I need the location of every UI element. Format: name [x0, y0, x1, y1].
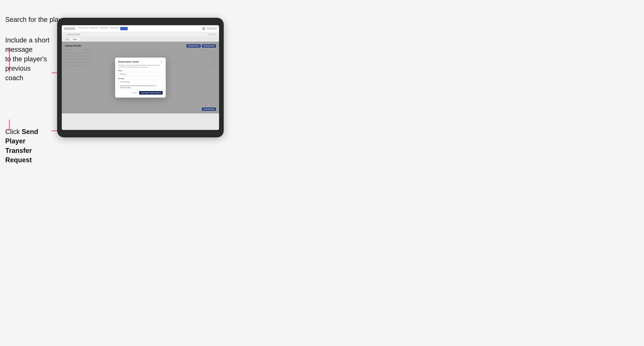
modal-title: Request player transfer [118, 61, 139, 63]
modal-footer: Cancel Send Player Transfer Request [118, 91, 163, 95]
message-field-label: Message [118, 78, 163, 79]
app-logo [64, 27, 75, 30]
tablet-device: List Roster Update Roster Name Position … [57, 18, 224, 137]
modal-overlay: Request player transfer ✕ If the player … [62, 42, 219, 114]
app-nav [78, 27, 128, 30]
tab-bar: List Roster [62, 37, 219, 42]
breadcrumb [67, 34, 80, 35]
sub-header [62, 32, 219, 37]
tablet-screen: List Roster Update Roster Name Position … [62, 25, 219, 130]
app-header [62, 25, 219, 32]
player-input-value: Rees Britt [120, 73, 126, 75]
send-transfer-request-button[interactable]: Send Player Transfer Request [139, 91, 163, 95]
tab-list: List [64, 38, 70, 40]
player-input[interactable]: Rees Britt [118, 72, 163, 76]
annotation-click-text: Click Send PlayerTransfer Request [5, 127, 58, 165]
user-avatar [202, 27, 205, 30]
nav-matches [99, 27, 108, 29]
add-player-button [206, 27, 217, 30]
player-field-label: Player [118, 70, 163, 71]
tab-roster: Roster [71, 38, 79, 40]
contact-link [208, 34, 217, 35]
modal-description: If the player is transferring from anoth… [118, 64, 163, 68]
nav-tournaments [78, 27, 88, 29]
modal-title-bar: Request player transfer ✕ [118, 61, 163, 63]
nav-more [110, 27, 119, 29]
header-right [202, 27, 217, 30]
annotation-bold-text: Send PlayerTransfer Request [5, 128, 38, 164]
breadcrumb-checkbox [64, 34, 66, 35]
modal-close-button[interactable]: ✕ [160, 61, 163, 63]
cancel-button[interactable]: Cancel [131, 91, 138, 94]
nav-teams [89, 27, 98, 29]
nav-roster-active [120, 27, 128, 30]
message-textarea[interactable]: Hi Coach McHarg,Please accept this trans… [118, 80, 163, 89]
annotation-message-text: Include a short messageto the player's p… [5, 35, 56, 83]
modal-dialog: Request player transfer ✕ If the player … [115, 58, 166, 98]
content-area: Update Roster Name Position Status [62, 42, 219, 114]
